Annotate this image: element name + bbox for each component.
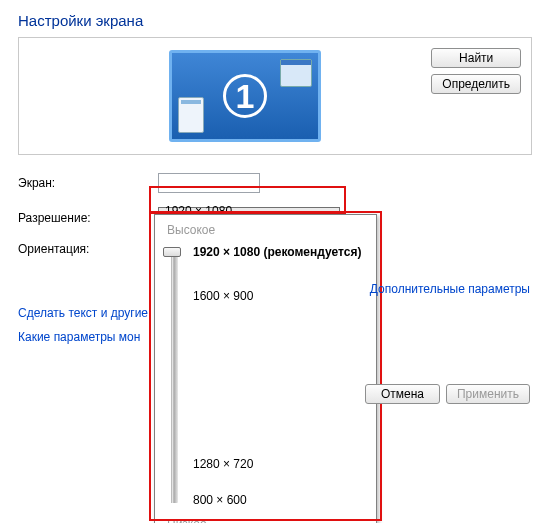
monitor-preview-1[interactable]: 1: [169, 50, 321, 142]
orientation-label: Ориентация:: [18, 242, 158, 256]
monitor-arrangement-box: 1 Найти Определить: [18, 37, 532, 155]
dropdown-low-label: Низкое: [167, 517, 368, 523]
preview-window-icon: [280, 59, 312, 87]
resolution-option-1280[interactable]: 1280 × 720: [193, 457, 253, 471]
find-button[interactable]: Найти: [431, 48, 521, 68]
page-title: Настройки экрана: [18, 12, 532, 29]
dropdown-high-label: Высокое: [167, 223, 368, 237]
link-text-size[interactable]: Сделать текст и другие: [18, 306, 148, 320]
preview-taskbar-icon: [178, 97, 204, 133]
resolution-slider[interactable]: [163, 241, 185, 513]
identify-button[interactable]: Определить: [431, 74, 521, 94]
resolution-label: Разрешение:: [18, 211, 158, 225]
resolution-dropdown-panel: Высокое 1920 × 1080 (рекомендуется) 1600…: [154, 214, 377, 523]
link-which-params[interactable]: Какие параметры мон: [18, 330, 140, 344]
screen-input[interactable]: [158, 173, 260, 193]
resolution-option-1600[interactable]: 1600 × 900: [193, 289, 253, 303]
slider-thumb[interactable]: [163, 247, 181, 257]
cancel-button[interactable]: Отмена: [365, 384, 440, 404]
apply-button: Применить: [446, 384, 530, 404]
monitor-number: 1: [223, 74, 267, 118]
screen-label: Экран:: [18, 176, 158, 190]
link-advanced-params[interactable]: Дополнительные параметры: [370, 282, 530, 296]
resolution-option-1920[interactable]: 1920 × 1080 (рекомендуется): [193, 245, 361, 259]
resolution-option-800[interactable]: 800 × 600: [193, 493, 247, 507]
